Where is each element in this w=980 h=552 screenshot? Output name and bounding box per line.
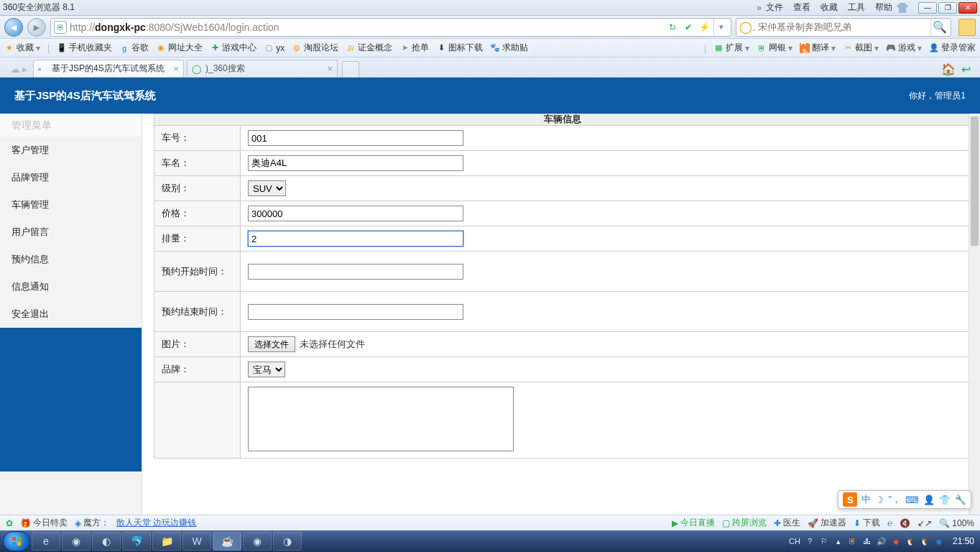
live-button[interactable]: ▶今日直播 xyxy=(672,517,715,529)
home-icon[interactable]: 🏠 xyxy=(941,63,956,77)
input-displacement[interactable] xyxy=(248,231,463,247)
task-360[interactable]: ◉ xyxy=(243,532,272,551)
tab-2[interactable]: ◯ )_360搜索 × xyxy=(187,60,338,77)
search-box[interactable]: ◯. 🔍 xyxy=(736,18,951,37)
task-mysql[interactable]: 🐬 xyxy=(122,532,151,551)
sidebar-item-logout[interactable]: 安全退出 xyxy=(0,300,142,328)
sidebar-item-notice[interactable]: 信息通知 xyxy=(0,273,142,300)
task-explorer[interactable]: 📁 xyxy=(152,532,181,551)
bm-qiangdan[interactable]: ➤抢单 xyxy=(399,42,429,54)
tray-net-icon[interactable]: 🖧 xyxy=(862,536,872,546)
user-avatar[interactable] xyxy=(958,19,976,36)
dropdown-icon[interactable]: ▾ xyxy=(713,19,728,36)
menu-help[interactable]: 帮助 xyxy=(875,1,892,14)
tray-lang[interactable]: CH xyxy=(789,537,800,546)
forward-button[interactable]: ► xyxy=(27,18,46,37)
bm-google[interactable]: g谷歌 xyxy=(119,42,149,54)
new-tab-button[interactable] xyxy=(342,61,359,77)
sidebar-item-brand[interactable]: 品牌管理 xyxy=(0,164,142,191)
promo-links[interactable]: 散人天堂 边玩边赚钱 xyxy=(116,517,196,529)
url-text[interactable]: http://dongxk-pc:8080/SjWeb1604/login.ac… xyxy=(70,22,663,33)
task-ie[interactable]: e xyxy=(32,532,60,551)
task-java[interactable]: ☕ xyxy=(213,532,241,551)
select-level[interactable]: SUV xyxy=(248,180,286,196)
file-choose-button[interactable]: 选择文件 xyxy=(248,336,295,352)
ime-zhong[interactable]: 中 xyxy=(861,493,871,506)
maximize-button[interactable]: ❐ xyxy=(938,2,957,14)
tray-qq1-icon[interactable]: 🐧 xyxy=(905,536,915,546)
lightning-icon[interactable]: ⚡ xyxy=(698,21,711,34)
tray-shield-icon[interactable]: ⛨ xyxy=(848,536,858,546)
bm-icondl[interactable]: ⬇图标下载 xyxy=(436,42,483,54)
mute-icon[interactable]: 🔇 xyxy=(900,518,910,528)
ime-bar[interactable]: S 中 ☽ "， ⌨ 👤 👕 🔧 xyxy=(838,490,971,509)
tab-active[interactable]: ▫ 基于JSP的4S店汽车试驾系统 × xyxy=(33,60,184,77)
bm-sites[interactable]: ◉网址大全 xyxy=(156,42,203,54)
ime-skin-icon[interactable]: 👕 xyxy=(939,494,951,505)
bm-help[interactable]: 🐾求助贴 xyxy=(490,42,528,54)
task-myeclipse[interactable]: ◐ xyxy=(92,532,121,551)
tray-help-icon[interactable]: ? xyxy=(805,536,815,546)
input-price[interactable] xyxy=(248,206,463,221)
bm-games[interactable]: ✚游戏中心 xyxy=(210,42,256,54)
doctor-button[interactable]: ✚医生 xyxy=(774,517,800,529)
input-end-time[interactable] xyxy=(248,304,463,320)
scrollbar-thumb[interactable] xyxy=(971,116,979,246)
screenshot-button[interactable]: ✂截图 ▾ xyxy=(843,42,879,54)
back-button[interactable]: ◄ xyxy=(4,18,23,37)
menu-file[interactable]: 文件 xyxy=(766,1,783,14)
close-button[interactable]: ✕ xyxy=(958,2,977,14)
bm-mobile[interactable]: 📱手机收藏夹 xyxy=(57,42,112,54)
tray-av-icon[interactable]: ◆ xyxy=(891,536,901,546)
sidebar-item-customer[interactable]: 客户管理 xyxy=(0,137,142,164)
bm-yx[interactable]: ▢yx xyxy=(264,43,285,53)
select-brand[interactable]: 宝马 xyxy=(248,362,285,377)
game-button[interactable]: 🎮游戏 ▾ xyxy=(886,42,922,54)
tray-flag-icon[interactable]: ⚐ xyxy=(819,536,829,546)
tray-vol-icon[interactable]: 🔊 xyxy=(877,536,887,546)
checkmark-icon[interactable]: ✔ xyxy=(682,21,695,34)
cloud-icon[interactable]: ☁ ▸ xyxy=(4,61,33,77)
start-button[interactable] xyxy=(3,531,30,551)
login-mgr-button[interactable]: 👤登录管家 xyxy=(929,42,976,54)
search-button[interactable]: 🔍 xyxy=(930,19,948,36)
deal-button[interactable]: 🎁今日特卖 xyxy=(20,517,68,529)
ie-mode-icon[interactable]: ℮ xyxy=(887,518,892,528)
zoom-control[interactable]: 🔍100% xyxy=(939,518,974,528)
input-start-time[interactable] xyxy=(248,264,463,280)
search-input[interactable] xyxy=(758,22,928,32)
translate-button[interactable]: Aあ翻译 ▾ xyxy=(800,42,836,54)
tab-close-icon[interactable]: × xyxy=(173,63,179,74)
tab-close-icon[interactable]: × xyxy=(327,63,333,74)
tray-up-icon[interactable]: ▴ xyxy=(833,536,843,546)
accel-button[interactable]: 🚀加速器 xyxy=(808,517,846,529)
input-no[interactable] xyxy=(248,130,463,146)
address-box[interactable]: ⛨ http://dongxk-pc:8080/SjWeb1604/login.… xyxy=(50,18,731,37)
ime-wrench-icon[interactable]: 🔧 xyxy=(955,494,966,505)
leaf-icon[interactable]: ✿ xyxy=(6,518,13,528)
textarea-desc[interactable] xyxy=(248,387,514,451)
download-button[interactable]: ⬇下载 xyxy=(854,517,880,529)
menu-tools[interactable]: 工具 xyxy=(848,1,865,14)
tray-qq2-icon[interactable]: 🐧 xyxy=(920,536,930,546)
ime-person-icon[interactable]: 👤 xyxy=(923,494,935,505)
recycle-icon[interactable]: ↻ xyxy=(666,21,679,34)
ime-moon-icon[interactable]: ☽ xyxy=(875,494,884,505)
input-name[interactable] xyxy=(248,155,463,171)
tray-clock[interactable]: 21:50 xyxy=(953,536,974,546)
task-chrome[interactable]: ◉ xyxy=(62,532,91,551)
menu-fav[interactable]: 收藏 xyxy=(820,1,838,14)
sidebar-item-message[interactable]: 用户留言 xyxy=(0,218,142,246)
ime-keyboard-icon[interactable]: ⌨ xyxy=(905,494,919,505)
bm-taogu[interactable]: ◍淘股论坛 xyxy=(292,42,338,54)
vertical-scrollbar[interactable] xyxy=(969,114,980,515)
bm-zhengjin[interactable]: ///证金概念 xyxy=(346,42,392,54)
restore-icon[interactable]: ↩ xyxy=(961,63,976,77)
task-word[interactable]: W xyxy=(182,532,211,551)
restore-icon[interactable]: ↙↗ xyxy=(917,518,932,528)
ext-button[interactable]: ▦扩展 ▾ xyxy=(713,42,749,54)
bank-button[interactable]: ⛨网银 ▾ xyxy=(757,42,792,54)
menu-view[interactable]: 查看 xyxy=(793,1,810,14)
crossscreen-button[interactable]: ▢跨屏浏览 xyxy=(722,517,767,529)
minimize-button[interactable]: — xyxy=(918,2,937,14)
